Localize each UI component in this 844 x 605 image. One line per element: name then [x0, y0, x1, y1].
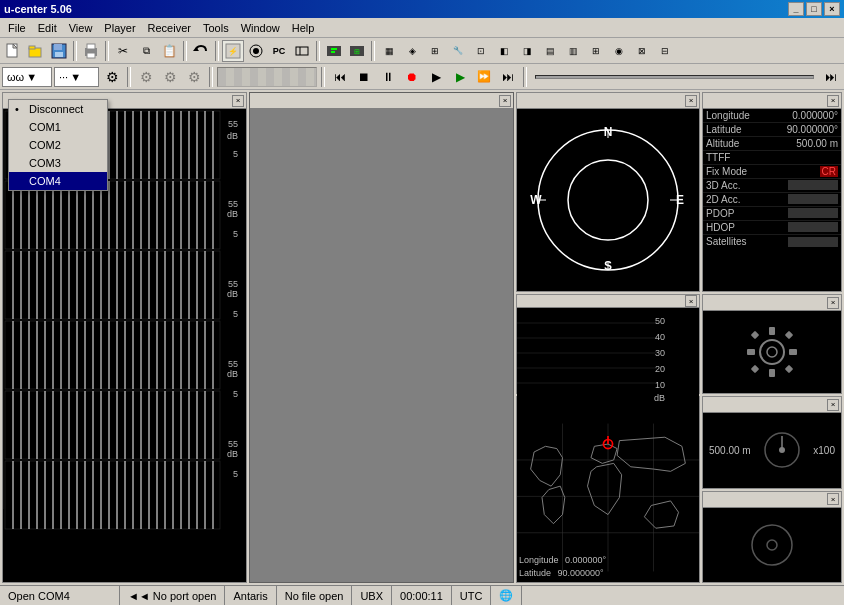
com2-option[interactable]: COM2	[9, 136, 107, 154]
title-controls[interactable]: _ □ ×	[788, 2, 840, 16]
svg-text:⚡: ⚡	[228, 46, 238, 56]
undo-button[interactable]	[190, 40, 212, 62]
separator-t2	[127, 67, 131, 87]
status-receiver: Antaris	[225, 586, 276, 605]
info-row-altitude: Altitude 500.00 m	[703, 137, 841, 151]
tb-btn-s[interactable]: ⊟	[654, 40, 676, 62]
baud-dropdown[interactable]: ··· ▼	[54, 67, 99, 87]
save-button[interactable]	[48, 40, 70, 62]
tb-btn-i[interactable]: ⊞	[424, 40, 446, 62]
status-open-label: Open COM4	[8, 590, 70, 602]
tb-btn-c[interactable]: PC	[268, 40, 290, 62]
menu-receiver[interactable]: Receiver	[142, 20, 197, 36]
baud-dropdown-arrow[interactable]: ▼	[70, 71, 81, 83]
tb-btn-j[interactable]: 🔧	[447, 40, 469, 62]
tb-btn-m[interactable]: ◨	[516, 40, 538, 62]
skip-forward-button[interactable]: ⏭	[497, 66, 519, 88]
tb-btn-f[interactable]: ⊞	[346, 40, 368, 62]
compass-close[interactable]: ×	[685, 95, 697, 107]
menu-tools[interactable]: Tools	[197, 20, 235, 36]
pause-button[interactable]: ⏸	[377, 66, 399, 88]
svg-text:30: 30	[655, 348, 665, 358]
com3-option[interactable]: COM3	[9, 154, 107, 172]
speed-close[interactable]: ×	[827, 399, 839, 411]
minimize-button[interactable]: _	[788, 2, 804, 16]
config-btn-1[interactable]: ⚙	[101, 66, 123, 88]
status-port-info: ◄◄ No port open	[120, 586, 225, 605]
3dacc-value	[788, 180, 838, 190]
print-button[interactable]	[80, 40, 102, 62]
separator-4	[215, 41, 219, 61]
gear-btn-3[interactable]: ⚙	[183, 66, 205, 88]
fixmode-value: CR	[820, 166, 838, 177]
center-panel-close[interactable]: ×	[499, 95, 511, 107]
tb-btn-k[interactable]: ⊡	[470, 40, 492, 62]
tb-btn-o[interactable]: ▥	[562, 40, 584, 62]
play-button[interactable]: ▶	[425, 66, 447, 88]
ff-button[interactable]: ⏩	[473, 66, 495, 88]
open-button[interactable]	[25, 40, 47, 62]
cut-button[interactable]: ✂	[112, 40, 134, 62]
compass-titlebar: ×	[517, 93, 699, 109]
menu-player[interactable]: Player	[98, 20, 141, 36]
tb-btn-g[interactable]: ▦	[378, 40, 400, 62]
tb-btn-q[interactable]: ◉	[608, 40, 630, 62]
gear-icon	[742, 322, 802, 382]
wheel-close[interactable]: ×	[827, 493, 839, 505]
port-dropdown-arrow[interactable]: ▼	[26, 71, 37, 83]
menu-file[interactable]: File	[2, 20, 32, 36]
status-receiver-text: Antaris	[233, 590, 267, 602]
fixmode-label: Fix Mode	[706, 166, 747, 177]
new-button[interactable]	[2, 40, 24, 62]
copy-button[interactable]: ⧉	[135, 40, 157, 62]
center-panel-titlebar: ×	[250, 93, 513, 109]
tb-btn-p[interactable]: ⊞	[585, 40, 607, 62]
svg-text:20: 20	[655, 364, 665, 374]
com-port-dropdown-menu[interactable]: Disconnect COM1 COM2 COM3 COM4	[8, 99, 108, 191]
toolbar-2: ωω ▼ ··· ▼ ⚙ ⚙ ⚙ ⚙ ⏮ ⏹ ⏸ ⏺ ▶ ▶ ⏩ ⏭ ⏭	[0, 64, 844, 90]
tb-btn-h[interactable]: ◈	[401, 40, 423, 62]
status-bar: Open COM4 ◄◄ No port open Antaris No fil…	[0, 585, 844, 605]
separator-6	[371, 41, 375, 61]
disconnect-option[interactable]: Disconnect	[9, 100, 107, 118]
svg-text:dB: dB	[227, 131, 238, 141]
close-button[interactable]: ×	[824, 2, 840, 16]
menu-window[interactable]: Window	[235, 20, 286, 36]
svg-text:55: 55	[228, 279, 238, 289]
toolbar-1: ✂ ⧉ 📋 ⚡ PC ⊞ ▦ ◈ ⊞ 🔧 ⊡ ◧ ◨ ▤ ▥ ⊞ ◉ ⊠ ⊟	[0, 38, 844, 64]
port-dropdown[interactable]: ωω ▼	[2, 67, 52, 87]
stop-button[interactable]: ⏹	[353, 66, 375, 88]
menu-help[interactable]: Help	[286, 20, 321, 36]
record-button[interactable]: ⏺	[401, 66, 423, 88]
menu-view[interactable]: View	[63, 20, 99, 36]
chart-close[interactable]: ×	[685, 295, 697, 307]
menu-edit[interactable]: Edit	[32, 20, 63, 36]
status-timezone: UTC	[452, 586, 492, 605]
wheel-titlebar: ×	[703, 492, 841, 508]
bottom-panels-row: ×	[516, 396, 842, 583]
tb-btn-d[interactable]	[291, 40, 313, 62]
progress-slider[interactable]	[535, 75, 814, 79]
signal-panel-close[interactable]: ×	[232, 95, 244, 107]
info-row-hdop: HDOP	[703, 221, 841, 235]
tb-btn-r[interactable]: ⊠	[631, 40, 653, 62]
rewind-begin-button[interactable]: ⏮	[329, 66, 351, 88]
gear-btn-2[interactable]: ⚙	[159, 66, 181, 88]
paste-button[interactable]: 📋	[158, 40, 180, 62]
gear-btn-1[interactable]: ⚙	[135, 66, 157, 88]
info-close[interactable]: ×	[827, 95, 839, 107]
tb-btn-e[interactable]	[323, 40, 345, 62]
fast-forward-button[interactable]: ▶	[449, 66, 471, 88]
maximize-button[interactable]: □	[806, 2, 822, 16]
com4-option[interactable]: COM4	[9, 172, 107, 190]
signal-block-4	[5, 321, 220, 389]
speed-multiplier: x100	[813, 445, 835, 456]
com1-option[interactable]: COM1	[9, 118, 107, 136]
tb-btn-b[interactable]	[245, 40, 267, 62]
far-right-panels-23: × 500.00 m x100	[702, 396, 842, 583]
tb-btn-a[interactable]: ⚡	[222, 40, 244, 62]
tb-btn-l[interactable]: ◧	[493, 40, 515, 62]
end-button[interactable]: ⏭	[820, 66, 842, 88]
far-right-1-close[interactable]: ×	[827, 297, 839, 309]
tb-btn-n[interactable]: ▤	[539, 40, 561, 62]
